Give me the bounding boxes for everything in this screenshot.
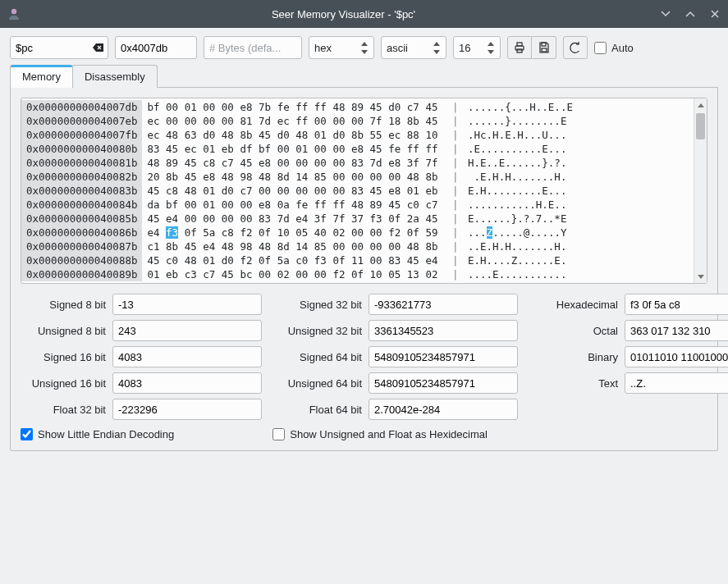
hex-ascii[interactable]: ....E...........: [468, 267, 694, 281]
save-icon: [538, 41, 551, 54]
text-input[interactable]: [625, 372, 728, 394]
hex-ascii[interactable]: .Hc.H.E.H...U...: [468, 128, 694, 142]
hex-address: 0x000000000040088b: [21, 253, 142, 267]
unsigned-hex-input[interactable]: [272, 428, 285, 440]
svg-rect-2: [517, 43, 522, 46]
hex-ascii[interactable]: ......}........E: [468, 114, 694, 128]
hex-ascii[interactable]: ...........H.E..: [468, 198, 694, 212]
hex-row[interactable]: 0x000000000040084bda bf 00 01 00 00 e8 0…: [21, 198, 694, 212]
format-select[interactable]: hex: [309, 36, 374, 59]
hex-bytes[interactable]: 83 45 ec 01 eb df bf 00 01 00 00 e8 45 f…: [142, 142, 442, 156]
clear-expression-icon[interactable]: [92, 42, 103, 53]
octal-input[interactable]: [625, 320, 728, 341]
columns-spinbox[interactable]: 16: [453, 36, 501, 59]
print-save-group: [507, 36, 556, 59]
hex-ascii[interactable]: E.H.........E...: [468, 184, 694, 198]
float-64-input[interactable]: [369, 399, 518, 420]
hex-row[interactable]: 0x00000000004007dbbf 00 01 00 00 e8 7b f…: [21, 100, 694, 114]
signed-8-field: Signed 8 bit: [21, 294, 262, 315]
chevron-up-icon[interactable]: [431, 39, 442, 48]
hex-ascii[interactable]: E.H....Z......E.: [468, 253, 694, 267]
titlebar[interactable]: Seer Memory Visualizer - '$pc': [0, 0, 728, 28]
unsigned-16-input[interactable]: [112, 372, 262, 394]
float-64-field: Float 64 bit: [277, 399, 518, 420]
little-endian-input[interactable]: [21, 428, 33, 440]
hex-address: 0x00000000004007db: [21, 100, 142, 114]
auto-checkbox-input[interactable]: [594, 42, 607, 54]
chevron-down-icon[interactable]: [431, 48, 442, 56]
signed-8-input[interactable]: [112, 294, 262, 315]
hex-row[interactable]: 0x000000000040086be4 f3 0f 5a c8 f2 0f 1…: [21, 226, 694, 240]
unsigned-hex-checkbox[interactable]: Show Unsigned and Float as Hexidecimal: [272, 428, 488, 440]
signed-64-field: Signed 64 bit: [277, 346, 518, 367]
print-button[interactable]: [507, 36, 532, 59]
hex-ascii[interactable]: .E..........E...: [468, 142, 694, 156]
chevron-up-icon[interactable]: [359, 39, 370, 48]
hex-ascii[interactable]: .E.H.H.......H.: [468, 170, 694, 184]
octal-field: Octal: [533, 320, 728, 341]
signed-16-input[interactable]: [112, 346, 262, 367]
binary-input[interactable]: [625, 346, 728, 367]
little-endian-checkbox[interactable]: Show Little Endian Decoding: [21, 428, 174, 440]
hex-bytes[interactable]: 45 c0 48 01 d0 f2 0f 5a c0 f3 0f 11 00 8…: [142, 253, 442, 267]
window-title: Seer Memory Visualizer - '$pc': [28, 8, 659, 21]
hex-row[interactable]: 0x000000000040082b20 8b 45 e8 48 98 48 8…: [21, 170, 694, 184]
hex-ascii[interactable]: ..E.H.H.......H.: [468, 240, 694, 253]
address-input[interactable]: [115, 36, 197, 59]
hex-bytes[interactable]: 01 eb c3 c7 45 bc 00 02 00 00 f2 0f 10 0…: [142, 267, 442, 281]
tab-memory[interactable]: Memory: [10, 65, 73, 88]
close-icon[interactable]: [708, 7, 721, 21]
hex-bytes[interactable]: ec 48 63 d0 48 8b 45 d0 48 01 d0 8b 55 e…: [142, 128, 442, 142]
hex-bytes[interactable]: 48 89 45 c8 c7 45 e8 00 00 00 00 83 7d e…: [142, 156, 442, 170]
maximize-icon[interactable]: [684, 7, 697, 21]
unsigned-32-input[interactable]: [369, 320, 518, 341]
refresh-button[interactable]: [563, 36, 588, 59]
hex-bytes[interactable]: ec 00 00 00 00 81 7d ec ff 00 00 00 7f 1…: [142, 114, 442, 128]
hex-row[interactable]: 0x000000000040087bc1 8b 45 e4 48 98 48 8…: [21, 240, 694, 253]
minimize-icon[interactable]: [659, 7, 672, 21]
save-button[interactable]: [532, 36, 556, 59]
format-value: hex: [314, 42, 332, 54]
hex-ascii[interactable]: ...Z.....@.....Y: [468, 226, 694, 240]
chevron-up-icon[interactable]: [485, 39, 497, 48]
scrollbar[interactable]: [694, 98, 707, 283]
hex-row[interactable]: 0x000000000040088b45 c0 48 01 d0 f2 0f 5…: [21, 253, 694, 267]
tabbar: Memory Disassembly: [10, 64, 718, 88]
hex-bytes[interactable]: 20 8b 45 e8 48 98 48 8d 14 85 00 00 00 0…: [142, 170, 442, 184]
tabs: Memory Disassembly 0x00000000004007dbbf …: [0, 64, 728, 451]
hex-bytes[interactable]: da bf 00 01 00 00 e8 0a fe ff ff 48 89 4…: [142, 198, 442, 212]
hex-row[interactable]: 0x00000000004007ebec 00 00 00 00 81 7d e…: [21, 114, 694, 128]
hex-row[interactable]: 0x000000000040085b45 e4 00 00 00 00 83 7…: [21, 212, 694, 226]
hex-row[interactable]: 0x000000000040089b01 eb c3 c7 45 bc 00 0…: [21, 267, 694, 281]
hex-bytes[interactable]: 45 c8 48 01 d0 c7 00 00 00 00 00 83 45 e…: [142, 184, 442, 198]
hex-row[interactable]: 0x000000000040080b83 45 ec 01 eb df bf 0…: [21, 142, 694, 156]
chevron-down-icon[interactable]: [485, 48, 497, 56]
hex-bytes[interactable]: c1 8b 45 e4 48 98 48 8d 14 85 00 00 00 0…: [142, 240, 442, 253]
hex-bytes[interactable]: 45 e4 00 00 00 00 83 7d e4 3f 7f 37 f3 0…: [142, 212, 442, 226]
signed-64-input[interactable]: [369, 346, 518, 367]
hex-ascii[interactable]: ......{...H..E..E: [468, 100, 694, 114]
float-32-input[interactable]: [112, 399, 262, 420]
scrollbar-thumb[interactable]: [696, 113, 705, 139]
app-icon: [7, 7, 21, 21]
chevron-down-icon[interactable]: [359, 48, 370, 56]
hex-dump[interactable]: 0x00000000004007dbbf 00 01 00 00 e8 7b f…: [21, 98, 694, 283]
hex-row[interactable]: 0x00000000004007fbec 48 63 d0 48 8b 45 d…: [21, 128, 694, 142]
charset-select[interactable]: ascii: [381, 36, 446, 59]
hex-bytes[interactable]: bf 00 01 00 00 e8 7b fe ff ff 48 89 45 d…: [142, 100, 442, 114]
hex-ascii[interactable]: H.E..E......}.?.: [468, 156, 694, 170]
tab-disassembly[interactable]: Disassembly: [72, 65, 158, 88]
auto-checkbox[interactable]: Auto: [594, 42, 634, 54]
hex-bytes[interactable]: e4 f3 0f 5a c8 f2 0f 10 05 40 02 00 00 f…: [142, 226, 442, 240]
unsigned-64-input[interactable]: [369, 372, 518, 394]
hex-row[interactable]: 0x000000000040081b48 89 45 c8 c7 45 e8 0…: [21, 156, 694, 170]
bytes-input[interactable]: # Bytes (defa...: [204, 36, 302, 59]
svg-rect-5: [542, 48, 547, 52]
unsigned-8-input[interactable]: [112, 320, 262, 341]
signed-32-input[interactable]: [369, 294, 518, 315]
hex-ascii[interactable]: E......}.?.7..*E: [468, 212, 694, 226]
hexadecimal-input[interactable]: [625, 294, 728, 315]
scroll-up-icon[interactable]: [694, 98, 707, 112]
hex-row[interactable]: 0x000000000040083b45 c8 48 01 d0 c7 00 0…: [21, 184, 694, 198]
scroll-down-icon[interactable]: [694, 270, 707, 283]
